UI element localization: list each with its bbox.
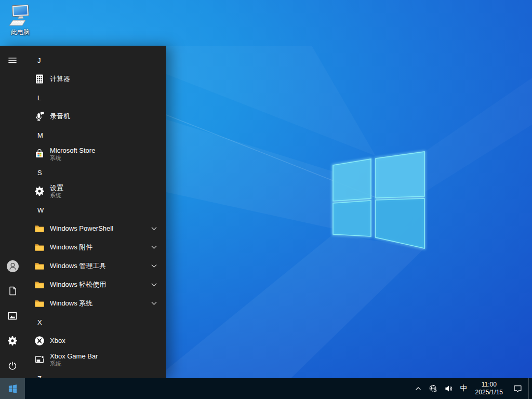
chevron-down-icon [151,301,157,305]
chevron-down-icon [151,245,157,249]
app-sublabel: 系统 [50,155,95,162]
chevron-down-icon [151,227,157,231]
folder-icon [34,242,45,252]
start-menu-item[interactable]: Microsoft Store系统 [25,144,166,163]
app-sublabel: 系统 [50,192,63,199]
start-menu-section-header[interactable]: X [25,313,166,331]
clock-date: 2025/1/15 [475,389,503,396]
start-menu-item[interactable]: Windows 管理工具 [25,257,166,275]
start-button[interactable] [0,378,25,399]
pictures-icon [7,311,18,321]
calculator-icon [34,74,45,84]
app-label: Xbox [50,337,65,345]
speaker-icon [445,384,453,393]
action-center-icon [513,384,522,393]
start-menu-app-list: J计算器L录音机MMicrosoft Store系统S设置系统WWindows … [25,46,166,378]
xbox-icon [34,336,45,346]
app-label: Windows PowerShell [50,224,113,233]
tray-expand-button[interactable] [411,378,425,399]
rail-bottom-group [0,254,25,378]
start-menu-rail [0,46,25,378]
app-label: Windows 轻松使用 [50,281,106,289]
start-menu-section-header[interactable]: W [25,201,166,219]
documents-button[interactable] [0,278,25,303]
menu-expand-button[interactable] [0,48,25,73]
rail-top-group [0,48,25,73]
folder-icon [34,261,45,271]
chevron-down-icon [151,264,157,268]
section-letter: X [37,318,42,326]
voice-recorder-icon [34,111,45,122]
start-menu-item[interactable]: Windows 轻松使用 [25,275,166,294]
microsoft-store-icon [34,149,45,159]
network-button[interactable] [425,378,441,399]
user-icon [6,260,19,273]
clock-time: 11:00 [482,381,497,389]
start-menu: J计算器L录音机MMicrosoft Store系统S设置系统WWindows … [0,46,166,378]
start-menu-section-header[interactable]: J [25,51,166,70]
start-menu-section-header[interactable]: M [25,126,166,144]
windows-start-icon [8,384,18,394]
start-menu-item[interactable]: 设置系统 [25,182,166,201]
desktop-icon-label: 此电脑 [11,29,30,36]
section-letter: S [37,169,42,177]
voice-recorder-icon [34,111,45,122]
gear-icon [34,186,45,196]
start-menu-item[interactable]: Xbox Game Bar系统 [25,350,166,369]
settings-button[interactable] [0,328,25,353]
section-letter: L [37,94,41,102]
system-tray: 中 11:00 2025/1/15 [411,378,532,399]
app-sublabel: 系统 [50,361,98,367]
folder-icon [34,280,45,290]
document-icon [7,286,18,296]
start-menu-item[interactable]: Xbox [25,331,166,350]
gear-icon [7,336,18,346]
power-button[interactable] [0,353,25,378]
microsoft-store-icon [34,149,45,159]
action-center-button[interactable] [507,378,528,399]
section-letter: Z [37,375,42,379]
xbox-icon [34,336,45,346]
volume-button[interactable] [441,378,457,399]
hamburger-icon [8,56,17,65]
user-button[interactable] [0,254,25,278]
start-menu-section-header[interactable]: S [25,163,166,182]
app-label: Microsoft Store [50,147,95,155]
taskbar-clock[interactable]: 11:00 2025/1/15 [471,381,507,396]
this-pc-icon [8,3,33,28]
app-label: Windows 系统 [50,299,92,308]
start-menu-section-header[interactable]: L [25,88,166,107]
section-letter: J [37,57,41,64]
start-menu-item[interactable]: Windows PowerShell [25,219,166,238]
folder-icon [34,298,45,309]
start-menu-item[interactable]: 计算器 [25,70,166,88]
folder-icon [34,280,45,290]
folder-icon [34,223,45,234]
start-menu-item[interactable]: Windows 系统 [25,294,166,313]
app-label: 计算器 [50,75,70,83]
start-menu-section-header[interactable]: Z [25,369,166,378]
chevron-up-icon [415,385,422,392]
ime-indicator[interactable]: 中 [457,378,471,399]
app-label: Xbox Game Bar [50,352,98,361]
start-menu-item[interactable]: 录音机 [25,107,166,126]
tray-icon-group [411,378,457,399]
folder-icon [34,223,45,234]
app-label: Windows 附件 [50,243,92,251]
start-menu-item[interactable]: Windows 附件 [25,238,166,257]
gear-icon [34,186,45,196]
section-letter: M [37,131,43,139]
taskbar: 中 11:00 2025/1/15 [0,378,532,399]
section-letter: W [37,206,44,214]
app-label: 设置 [50,184,63,192]
pictures-button[interactable] [0,303,25,328]
show-desktop-button[interactable] [528,378,532,399]
chevron-down-icon [151,283,157,287]
app-label: 录音机 [50,112,70,121]
xbox-game-bar-icon [34,354,45,365]
xbox-game-bar-icon [34,354,45,365]
desktop-icon-this-pc[interactable]: 此电脑 [4,3,36,36]
folder-icon [34,298,45,309]
app-label: Windows 管理工具 [50,262,106,270]
calculator-icon [34,74,45,84]
